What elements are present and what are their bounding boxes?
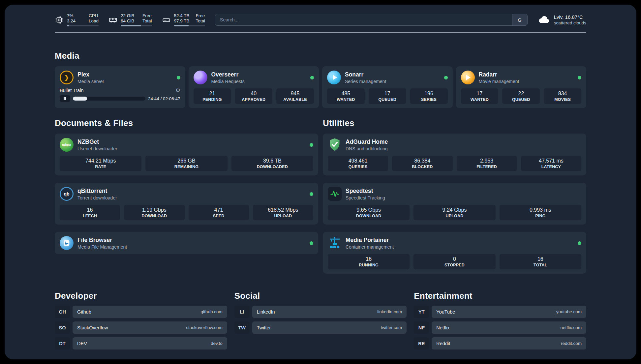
- bookmark-link-stackoverflow[interactable]: SO StackOverflowstackoverflow.com: [55, 321, 227, 334]
- status-dot: [310, 241, 313, 245]
- stat-tile: 2,953FILTERED: [457, 156, 517, 171]
- disk-widget: 52.4 TBFree 97.9 TBTotal: [162, 13, 205, 26]
- stat-value: 1.19 Gbps: [126, 207, 182, 213]
- service-desc: Media Requests: [211, 79, 245, 84]
- now-playing-widget: Bullet Train ⚙ 24:44 / 02:06:47: [60, 88, 180, 102]
- service-link-qbittorrent[interactable]: qb qBittorrent Torrent downloader: [60, 187, 313, 201]
- bookmark-name: LinkedIn: [257, 309, 275, 315]
- nzbget-icon: nzbget: [60, 138, 74, 152]
- qbittorrent-icon: qb: [60, 187, 74, 201]
- bookmark-link-netflix[interactable]: NF Netflixnetflix.com: [414, 321, 586, 334]
- service-link-filebrowser[interactable]: File Browser Media File Management: [60, 236, 313, 250]
- service-link-radarr[interactable]: Radarr Movie management: [461, 71, 582, 84]
- stat-tile: 39.6 TBDOWNLOADED: [231, 156, 313, 171]
- bookmark-group-entertainment: Entertainment YT YouTubeyoutube.com NF N…: [414, 291, 586, 349]
- nzbget-icon-label: nzbget: [62, 143, 71, 146]
- service-link-nzbget[interactable]: nzbget NZBGet Usenet downloader: [60, 138, 313, 152]
- status-dot: [310, 76, 314, 79]
- header-divider: [55, 32, 586, 33]
- status-dot: [310, 192, 313, 196]
- stat-label: DOWNLOAD: [330, 214, 408, 218]
- bookmark-url: reddit.com: [561, 341, 582, 346]
- bookmark-url: github.com: [201, 309, 223, 314]
- middle-columns: Documents & Files nzbget NZBGet Usenet d…: [55, 118, 586, 274]
- overseerr-icon: [194, 71, 207, 84]
- stat-value: 834: [546, 91, 579, 97]
- disk-usage-bar: [174, 25, 205, 26]
- service-name: File Browser: [77, 237, 127, 244]
- search-engine-button[interactable]: G: [512, 14, 527, 25]
- bookmark-abbr: SO: [55, 321, 70, 334]
- bookmark-abbr: NF: [414, 321, 429, 334]
- service-name: qBittorrent: [77, 188, 117, 195]
- cloud-icon: [537, 13, 551, 26]
- bookmark-url: dev.to: [211, 341, 223, 346]
- bookmark-url: stackoverflow.com: [186, 325, 222, 330]
- stat-tile: 47.571 msLATENCY: [521, 156, 581, 171]
- playback-progress-bar[interactable]: [73, 97, 145, 101]
- now-playing-title: Bullet Train: [60, 88, 84, 93]
- card-sonarr: Sonarr Series management 485WANTED 17QUE…: [322, 66, 453, 108]
- service-desc: Container management: [346, 244, 394, 250]
- bookmark-url: linkedin.com: [377, 309, 402, 314]
- stats: 485WANTED 17QUEUED 196SERIES: [327, 88, 448, 104]
- stat-tile: 0.993 msPING: [500, 205, 581, 220]
- weather-location: Lviv, 16.87°C: [554, 14, 586, 20]
- service-desc: Usenet downloader: [77, 146, 117, 151]
- pause-button[interactable]: [60, 95, 70, 102]
- bookmark-name: StackOverflow: [77, 325, 108, 330]
- playback-progress-fill: [73, 97, 87, 101]
- bookmark-link-github[interactable]: GH Githubgithub.com: [55, 306, 227, 318]
- stat-tile: 0STOPPED: [413, 254, 495, 269]
- service-name: Plex: [77, 71, 104, 78]
- stat-label: SEED: [191, 214, 247, 218]
- stat-value: 266 GB: [147, 158, 225, 164]
- stats: 21PENDING 40APPROVED 945AVAILABLE: [194, 88, 314, 104]
- service-link-adguard[interactable]: AdGuard Home DNS and adblocking: [328, 138, 581, 152]
- stat-label: BLOCKED: [394, 165, 450, 169]
- bookmark-link-reddit[interactable]: RE Redditreddit.com: [414, 337, 586, 349]
- top-bar: 7%CPU 3.24Load 22 GiBFree 64 GiBTotal: [55, 13, 586, 26]
- stat-value: 485: [329, 91, 363, 97]
- bookmarks-section: Developer GH Githubgithub.com SO StackOv…: [55, 291, 586, 349]
- stats: 498,461QUERIES 86,384BLOCKED 2,953FILTER…: [328, 156, 581, 171]
- memory-widget: 22 GiBFree 64 GiBTotal: [108, 13, 152, 26]
- service-link-sonarr[interactable]: Sonarr Series management: [327, 71, 448, 84]
- stat-tile: 471SEED: [189, 205, 249, 220]
- bookmark-abbr: LI: [234, 306, 250, 318]
- disk-free-label: Free: [196, 13, 205, 18]
- stat-tile: 744.21 MbpsRATE: [60, 156, 141, 171]
- memory-usage-bar-fill: [121, 25, 141, 26]
- section-title-utilities: Utilities: [323, 118, 586, 128]
- search-input[interactable]: [215, 14, 512, 25]
- stat-tile: 16TOTAL: [500, 254, 581, 269]
- service-link-overseerr[interactable]: Overseerr Media Requests: [194, 71, 314, 84]
- bookmark-link-youtube[interactable]: YT YouTubeyoutube.com: [414, 306, 586, 318]
- service-desc: Movie management: [479, 79, 519, 84]
- service-desc: Torrent downloader: [77, 195, 117, 200]
- media-grid: ❯ Plex Media server Bullet Train ⚙: [55, 66, 586, 108]
- disk-total-label: Total: [196, 18, 205, 23]
- adguard-shield-icon: [328, 138, 342, 152]
- service-link-speedtest[interactable]: Speedtest Speedtest Tracking: [328, 187, 581, 201]
- status-dot: [578, 241, 581, 245]
- stat-value: 471: [191, 207, 247, 213]
- qbittorrent-icon-label: qb: [64, 191, 69, 197]
- stat-label: LEECH: [62, 214, 118, 218]
- service-link-plex[interactable]: ❯ Plex Media server: [60, 71, 180, 84]
- bookmark-link-dev[interactable]: DT DEVdev.to: [55, 337, 227, 349]
- gear-icon[interactable]: ⚙: [175, 88, 180, 93]
- cpu-icon: [55, 15, 64, 24]
- status-dot: [578, 76, 581, 79]
- memory-free-value: 22 GiB: [121, 13, 138, 18]
- stat-tile: 16LEECH: [60, 205, 120, 220]
- bookmark-link-twitter[interactable]: TW Twittertwitter.com: [234, 321, 407, 334]
- stat-tile: 618.52 MbpsUPLOAD: [253, 205, 313, 220]
- section-title-documents: Documents & Files: [55, 118, 318, 128]
- stat-value: 22: [504, 91, 538, 97]
- bookmark-link-linkedin[interactable]: LI LinkedInlinkedin.com: [234, 306, 407, 318]
- service-link-portainer[interactable]: Media Portainer Container management: [328, 236, 581, 250]
- plex-chevron-glyph: ❯: [64, 74, 69, 81]
- bookmark-name: DEV: [77, 341, 87, 346]
- service-desc: Media server: [77, 79, 104, 84]
